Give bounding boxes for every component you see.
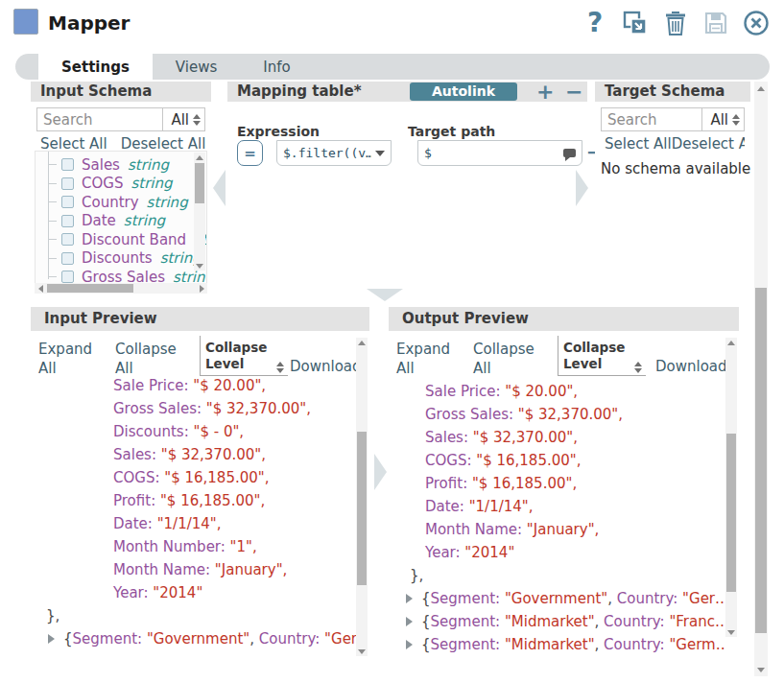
json-line: COGS: "$ 16,185.00", xyxy=(31,466,356,489)
spinner-icon[interactable] xyxy=(193,114,201,126)
target-schema-filter-select[interactable]: All xyxy=(702,107,745,131)
comment-icon[interactable] xyxy=(563,149,576,157)
json-line[interactable]: {Segment: "Government", Country: "Ger… }… xyxy=(31,627,356,650)
preview-vscrollbar[interactable] xyxy=(356,338,368,656)
scroll-right-icon[interactable] xyxy=(196,284,207,294)
field-checkbox[interactable] xyxy=(61,177,74,190)
field-type: string xyxy=(131,175,172,192)
field-checkbox[interactable] xyxy=(61,196,74,208)
json-line: Month Name: "January", xyxy=(31,558,356,581)
add-mapping-button[interactable]: + xyxy=(536,82,554,102)
select-all-link[interactable]: Select All xyxy=(605,135,672,153)
expand-node-icon[interactable] xyxy=(48,634,55,644)
preview-vscrollbar[interactable] xyxy=(725,338,737,637)
field-checkbox[interactable] xyxy=(61,215,74,227)
expression-field[interactable]: $.filter((v… xyxy=(276,140,392,166)
json-line: Year: "2014" xyxy=(389,541,725,564)
collapse-level-control[interactable]: Collapse Level xyxy=(558,336,646,376)
input-schema-search-input[interactable] xyxy=(36,107,163,131)
input-schema-filter-select[interactable]: All xyxy=(163,107,205,131)
tab[interactable]: Views xyxy=(153,54,240,80)
download-link[interactable]: Download xyxy=(655,357,727,376)
expression-header: Expression xyxy=(237,124,320,139)
close-icon[interactable] xyxy=(742,8,771,38)
schema-field-row[interactable]: Date string xyxy=(41,212,206,231)
target-schema-search-input[interactable] xyxy=(601,107,702,131)
field-checkbox[interactable] xyxy=(61,233,74,246)
save-icon[interactable] xyxy=(701,8,730,38)
field-name: Date xyxy=(82,212,116,229)
scroll-down-icon[interactable] xyxy=(356,647,368,656)
page-scrollbar[interactable] xyxy=(754,82,768,676)
operator-button[interactable]: = xyxy=(237,140,263,166)
trash-icon[interactable] xyxy=(661,8,690,38)
scroll-up-icon[interactable] xyxy=(725,338,737,347)
field-type: string xyxy=(128,156,169,174)
target-path-field[interactable]: $ xyxy=(417,140,582,166)
scroll-down-icon[interactable] xyxy=(725,627,737,637)
json-line[interactable]: {Segment: "Government", Country: "Ger… }… xyxy=(389,587,725,610)
tree-hscrollbar[interactable] xyxy=(35,283,207,294)
field-checkbox[interactable] xyxy=(61,252,74,265)
spinner-icon[interactable] xyxy=(276,362,284,373)
scroll-left-icon[interactable] xyxy=(35,284,46,294)
deselect-all-link[interactable]: Deselect All xyxy=(672,135,745,153)
scroll-up-icon[interactable] xyxy=(356,338,368,347)
schema-field-row[interactable]: Discount Band string xyxy=(41,230,206,249)
target-schema-search-row: All xyxy=(601,107,745,131)
output-preview-panel: Output Preview Expand All Collapse All C… xyxy=(389,307,739,660)
autolink-button[interactable]: Autolink xyxy=(410,82,517,101)
field-checkbox[interactable] xyxy=(61,158,74,171)
collapse-level-control[interactable]: Collapse Level xyxy=(200,336,288,376)
tab[interactable]: Info xyxy=(240,54,313,80)
schema-field-row[interactable]: COGS string xyxy=(41,175,206,194)
tab[interactable]: Settings xyxy=(38,54,153,80)
tree-connector xyxy=(48,221,57,222)
scroll-down-icon[interactable] xyxy=(194,261,205,271)
scroll-up-icon[interactable] xyxy=(754,83,768,93)
json-line: Year: "2014" xyxy=(31,581,356,604)
scroll-thumb[interactable] xyxy=(755,288,767,633)
schema-field-row[interactable]: Country string xyxy=(41,193,206,212)
export-icon[interactable] xyxy=(621,8,650,38)
titlebar-actions: ? xyxy=(581,8,771,38)
tab-bar: SettingsViewsInfo xyxy=(15,54,770,80)
collapse-left-handle[interactable] xyxy=(213,170,226,206)
expand-node-icon[interactable] xyxy=(406,617,413,626)
json-line: Profit: "$ 16,185.00", xyxy=(389,472,725,495)
expand-node-icon[interactable] xyxy=(406,640,413,649)
expand-all-link[interactable]: Expand All xyxy=(38,340,98,379)
expand-all-link[interactable]: Expand All xyxy=(396,340,456,379)
scroll-thumb[interactable] xyxy=(357,432,367,585)
remove-mapping-button[interactable]: − xyxy=(565,82,582,102)
scroll-thumb[interactable] xyxy=(726,434,736,592)
schema-field-row[interactable]: Discounts string xyxy=(41,249,206,269)
field-checkbox[interactable] xyxy=(61,271,74,283)
json-line[interactable]: {Segment: "Midmarket", Country: "Germ… }… xyxy=(389,633,725,656)
field-name: Discounts xyxy=(82,249,153,267)
collapse-all-link[interactable]: Collapse All xyxy=(473,340,542,379)
tree-vscrollbar[interactable] xyxy=(194,153,205,271)
collapse-right-handle[interactable] xyxy=(576,170,588,206)
collapse-right-handle[interactable] xyxy=(374,454,387,490)
help-icon[interactable]: ? xyxy=(581,8,609,38)
spinner-icon[interactable] xyxy=(634,362,642,373)
field-type: string xyxy=(173,269,206,284)
schema-field-row[interactable]: Gross Sales string xyxy=(41,268,206,284)
input-preview-title: Input Preview xyxy=(31,307,369,331)
scroll-thumb[interactable] xyxy=(195,163,204,203)
json-line: Sales: "$ 32,370.00", xyxy=(389,426,725,449)
expand-node-icon[interactable] xyxy=(406,594,413,603)
collapse-down-handle[interactable] xyxy=(367,289,403,301)
collapse-all-link[interactable]: Collapse All xyxy=(115,340,184,379)
spinner-icon[interactable] xyxy=(732,114,740,126)
schema-field-row[interactable]: Sales string xyxy=(41,155,206,175)
json-line: Sales: "$ 32,370.00", xyxy=(31,443,356,466)
json-line[interactable]: {Segment: "Midmarket", Country: "Franc… … xyxy=(389,610,725,633)
scroll-down-icon[interactable] xyxy=(754,665,768,674)
scroll-up-icon[interactable] xyxy=(194,153,205,162)
json-line: COGS: "$ 16,185.00", xyxy=(389,449,725,472)
dropdown-arrow-icon[interactable] xyxy=(375,151,385,156)
field-name: Gross Sales xyxy=(82,269,165,284)
scroll-thumb[interactable] xyxy=(47,284,133,293)
